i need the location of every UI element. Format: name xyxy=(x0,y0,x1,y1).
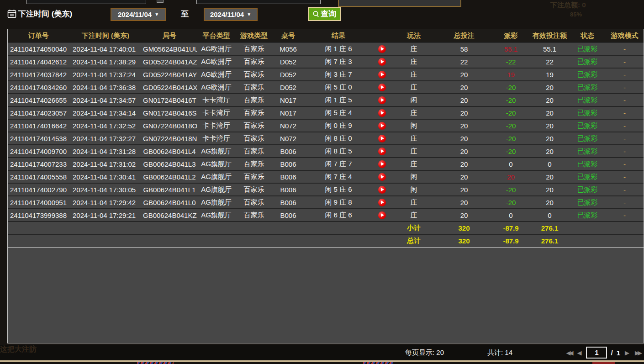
table-number-cell: B006 xyxy=(272,145,304,158)
play-video-icon[interactable] xyxy=(378,148,386,155)
play-video-icon[interactable] xyxy=(378,122,386,130)
bet-method-cell: 庄 xyxy=(391,55,437,68)
platform-type-cell: AG欧洲厅 xyxy=(197,55,236,68)
game-type-cell: 百家乐 xyxy=(236,94,272,106)
play-cell xyxy=(373,55,391,68)
order-id-cell: 241104174034260 xyxy=(8,81,69,94)
play-video-icon[interactable] xyxy=(378,160,386,168)
round-id-cell: GB00624B041KZ xyxy=(142,209,197,222)
play-cell xyxy=(373,196,391,209)
valid-bet-cell: 20 xyxy=(530,94,569,106)
play-video-icon[interactable] xyxy=(378,58,386,66)
bet-time-cell: 2024-11-04 17:40:01 xyxy=(69,42,142,55)
truncated-input-box[interactable] xyxy=(196,0,321,4)
table-number-cell: B006 xyxy=(272,158,304,170)
table-row: 2411041740378422024-11-04 17:37:24GD0522… xyxy=(8,68,644,81)
status-cell: 已派彩 xyxy=(569,196,606,209)
query-button[interactable]: 查询 xyxy=(308,7,341,21)
date-from-select[interactable]: 2024/11/04 ▼ xyxy=(111,8,166,21)
subtotal-row-cell xyxy=(197,222,236,234)
bet-method-cell: 庄 xyxy=(391,42,437,55)
play-cell xyxy=(373,68,391,81)
platform-type-cell: AG欧洲厅 xyxy=(197,42,236,55)
status-cell: 已派彩 xyxy=(569,81,606,94)
game-type-cell: 百家乐 xyxy=(236,119,272,132)
payout-cell: 19 xyxy=(491,68,530,81)
play-video-icon[interactable] xyxy=(378,84,386,91)
play-video-icon[interactable] xyxy=(378,96,386,104)
col-game-type: 游戏类型 xyxy=(236,29,272,42)
date-to-select[interactable]: 2024/11/04 ▼ xyxy=(204,8,258,21)
status-cell: 已派彩 xyxy=(569,94,606,106)
play-cell xyxy=(373,94,391,106)
game-mode-cell: - xyxy=(606,94,644,106)
next-page-icon[interactable]: ▶ xyxy=(624,349,630,356)
play-video-icon[interactable] xyxy=(378,135,386,142)
col-result: 结果 xyxy=(304,29,373,42)
result-cell: 闲 8 庄 0 xyxy=(304,132,373,145)
game-mode-cell: - xyxy=(606,68,644,81)
pager: ◀◀ ◀ 1 / 1 ▶ ▶▶ xyxy=(565,347,641,359)
table-number-cell: B006 xyxy=(272,170,304,183)
result-cell: 闲 6 庄 6 xyxy=(304,209,373,222)
game-mode-cell: - xyxy=(606,209,644,222)
platform-type-cell: AG旗舰厅 xyxy=(197,145,236,158)
bet-method-cell: 庄 xyxy=(391,196,437,209)
page-separator: / xyxy=(611,349,612,357)
grandtotal-row-cell xyxy=(373,234,391,247)
search-icon xyxy=(312,11,320,18)
play-video-icon[interactable] xyxy=(378,71,386,79)
order-id-cell: 241104174042612 xyxy=(8,55,69,68)
col-order-id: 订单号 xyxy=(8,29,69,42)
last-page-icon[interactable]: ▶▶ xyxy=(634,349,641,356)
play-video-icon[interactable] xyxy=(378,109,386,117)
payout-cell: 0 xyxy=(491,209,530,222)
payout-cell: -20 xyxy=(491,183,530,196)
payout-cell: -22 xyxy=(491,55,530,68)
game-type-cell: 百家乐 xyxy=(236,170,272,183)
valid-bet-cell: 20 xyxy=(530,170,569,183)
payout-cell: 55.1 xyxy=(491,42,530,55)
play-video-icon[interactable] xyxy=(378,199,386,206)
table-number-cell: N072 xyxy=(272,132,304,145)
play-cell xyxy=(373,209,391,222)
play-video-icon[interactable] xyxy=(378,186,386,194)
table-row: 2411041740027902024-11-04 17:30:05GB0062… xyxy=(8,183,644,196)
bet-method-cell: 庄 xyxy=(391,145,437,158)
payout-cell: -20 xyxy=(491,94,530,106)
table-number-cell: N017 xyxy=(272,94,304,106)
order-id-cell: 241104174005558 xyxy=(8,170,69,183)
round-id-cell: GN07224B0418N xyxy=(142,132,197,145)
subtotal-row-cell: 276.1 xyxy=(530,222,569,234)
result-cell: 闲 7 庄 4 xyxy=(304,170,373,183)
truncated-input-box[interactable] xyxy=(26,0,146,4)
subtotal-row-cell xyxy=(304,222,373,234)
play-video-icon[interactable] xyxy=(378,173,386,181)
prev-page-icon[interactable]: ◀ xyxy=(576,349,582,356)
subtotal-row-cell xyxy=(569,222,606,234)
page-number-input[interactable]: 1 xyxy=(586,347,607,359)
bottom-edge-strip xyxy=(0,362,644,364)
game-mode-cell: - xyxy=(606,119,644,132)
game-mode-cell: - xyxy=(606,55,644,68)
game-mode-cell: - xyxy=(606,183,644,196)
first-page-icon[interactable]: ◀◀ xyxy=(565,349,572,356)
bet-time-cell: 2024-11-04 17:37:24 xyxy=(69,68,142,81)
grandtotal-row-cell xyxy=(272,234,304,247)
order-id-cell: 241104174014538 xyxy=(8,132,69,145)
table-row: 2411041740230572024-11-04 17:34:14GN0172… xyxy=(8,106,644,119)
grandtotal-row-cell xyxy=(304,234,373,247)
round-id-cell: GM05624B041UU xyxy=(142,42,197,55)
game-mode-cell: - xyxy=(606,132,644,145)
table-number-cell: D052 xyxy=(272,81,304,94)
background-fragment xyxy=(137,362,174,364)
play-video-icon[interactable] xyxy=(378,211,386,219)
table-number-cell: B006 xyxy=(272,196,304,209)
faint-watermark-text: 这把大注防 xyxy=(0,345,37,353)
subtotal-row-cell xyxy=(606,222,644,234)
truncated-dropdown[interactable] xyxy=(338,0,461,7)
play-video-icon[interactable] xyxy=(378,45,386,53)
result-cell: 闲 7 庄 7 xyxy=(304,158,373,170)
table-row: 2411041740009512024-11-04 17:29:42GB0062… xyxy=(8,196,644,209)
col-status: 状态 xyxy=(569,29,606,42)
